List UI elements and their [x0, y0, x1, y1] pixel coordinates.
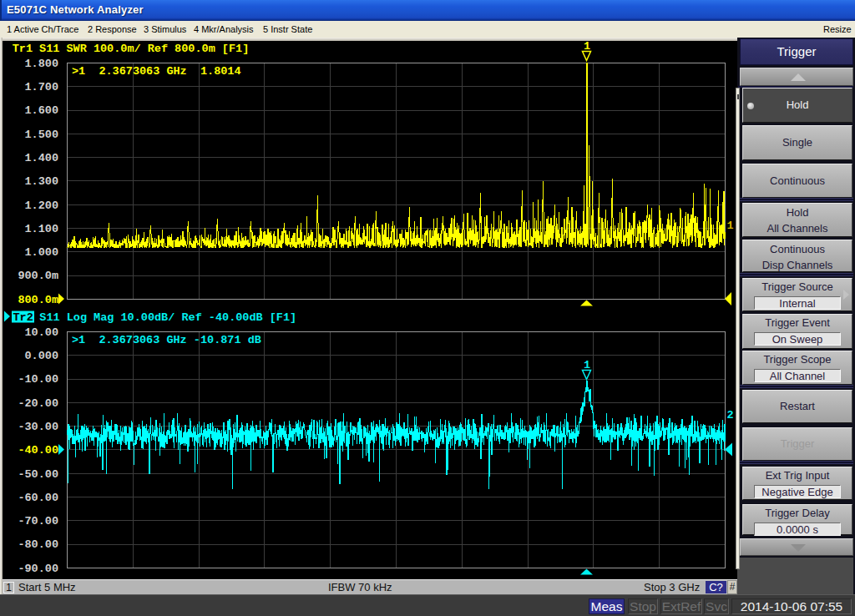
svg-text:900.0m: 900.0m	[18, 270, 58, 282]
svg-text:S11 Log Mag 10.00dB/ Ref -40.0: S11 Log Mag 10.00dB/ Ref -40.00dB [F1]	[39, 311, 296, 324]
svg-text:>1 2.3673063 GHz -10.871 dB: >1 2.3673063 GHz -10.871 dB	[72, 334, 261, 346]
svg-text:0.000: 0.000	[24, 350, 58, 362]
svg-text:>1 2.3673063 GHz 1.8014: >1 2.3673063 GHz 1.8014	[72, 65, 241, 78]
svg-text:1: 1	[727, 220, 734, 232]
svg-text:1.400: 1.400	[24, 152, 58, 164]
svg-text:-30.00: -30.00	[18, 421, 58, 433]
svg-text:1.300: 1.300	[24, 175, 58, 188]
svg-text:1.500: 1.500	[24, 129, 58, 141]
svg-text:Tr2: Tr2	[13, 311, 33, 324]
svg-text:-50.00: -50.00	[18, 468, 58, 481]
svg-text:-70.00: -70.00	[18, 515, 58, 528]
svg-text:-90.00: -90.00	[18, 563, 58, 575]
svg-text:10.00: 10.00	[24, 326, 58, 339]
svg-text:-10.00: -10.00	[18, 373, 58, 386]
svg-text:Tr1 S11 SWR 100.0m/ Ref 800.0m: Tr1 S11 SWR 100.0m/ Ref 800.0m [F1]	[13, 43, 250, 55]
svg-text:1.000: 1.000	[24, 246, 58, 259]
svg-text:800.0m: 800.0m	[18, 294, 58, 306]
svg-text:1.100: 1.100	[24, 223, 58, 235]
svg-text:-80.00: -80.00	[18, 538, 58, 551]
svg-text:-40.00: -40.00	[18, 444, 58, 457]
svg-text:1.200: 1.200	[24, 199, 58, 212]
svg-text:-20.00: -20.00	[18, 397, 58, 410]
svg-text:1.700: 1.700	[24, 81, 58, 93]
svg-text:-60.00: -60.00	[18, 492, 58, 504]
svg-text:1.800: 1.800	[24, 58, 58, 70]
svg-text:1.600: 1.600	[24, 104, 58, 117]
svg-text:2: 2	[727, 409, 734, 422]
